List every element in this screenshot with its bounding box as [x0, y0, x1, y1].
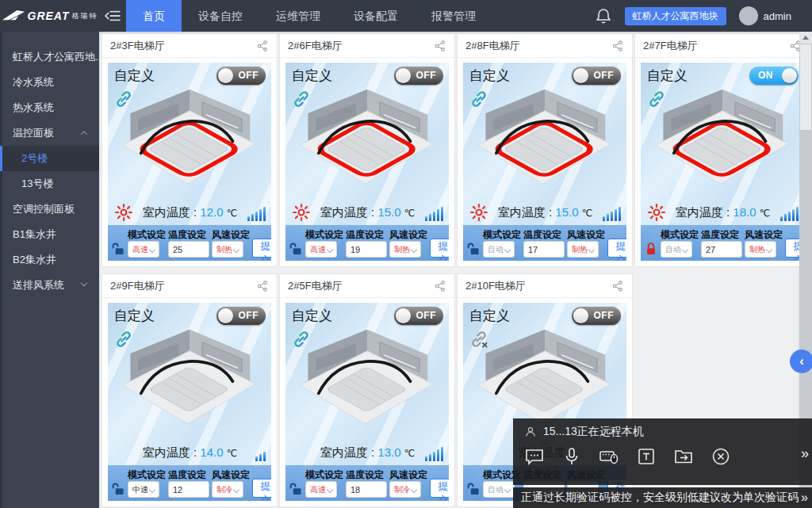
text-input-icon[interactable]	[636, 446, 657, 467]
power-toggle[interactable]: OFF	[394, 67, 443, 85]
fan-setting-label: 风速设定	[567, 228, 605, 241]
mode-select[interactable]: 高速	[305, 481, 337, 498]
menu-item[interactable]: 运维管理	[259, 0, 337, 32]
user-menu[interactable]: admin	[739, 6, 791, 25]
menu-item[interactable]: 首页	[126, 0, 182, 32]
notification-bell-icon[interactable]	[595, 7, 612, 25]
lock-icon	[466, 482, 481, 496]
power-toggle[interactable]: OFF	[572, 67, 621, 85]
indoor-temp-row: 室内温度 : 12.0 ℃	[108, 200, 271, 225]
card-header: 2#6F电梯厅	[280, 34, 454, 58]
power-toggle[interactable]: OFF	[572, 307, 621, 325]
temp-setting-label: 温度设定	[346, 468, 387, 481]
card-title: 2#3F电梯厅	[110, 39, 165, 53]
mode-select[interactable]: 中速	[128, 481, 159, 498]
temp-setpoint-input[interactable]	[168, 481, 209, 498]
heating-sun-icon	[469, 203, 488, 222]
share-icon[interactable]	[611, 40, 624, 52]
control-bar: 模式设定 中速 温度设定 风速设定 制冷 提交	[108, 465, 271, 501]
card-header: 2#9F电梯厅	[102, 274, 277, 298]
thermostat-widget: 自定义 OFF	[108, 63, 271, 261]
temp-setpoint-input[interactable]	[168, 241, 209, 258]
mode-select[interactable]: 自动	[661, 241, 692, 258]
thermostat-widget: 自定义 OFF	[285, 303, 449, 501]
file-transfer-icon[interactable]	[673, 446, 694, 467]
submit-button[interactable]: 提交	[252, 239, 271, 258]
remote-control-icon[interactable]	[599, 446, 619, 467]
fan-select[interactable]: 制冷	[212, 481, 243, 498]
expand-toolbar-icon[interactable]: »	[801, 445, 809, 462]
submit-button[interactable]: 提交	[785, 239, 799, 258]
submit-button[interactable]: 提交	[607, 239, 626, 258]
warning-expand-icon[interactable]: »	[801, 491, 812, 505]
control-bar: 模式设定 自动 温度设定 风速设定 制热 提交	[463, 225, 626, 261]
custom-mode-label: 自定义	[292, 67, 332, 85]
submit-button[interactable]: 提交	[430, 239, 449, 258]
share-icon[interactable]	[434, 40, 446, 52]
lock-icon	[644, 242, 658, 256]
sidebar-item[interactable]: B1集水井	[0, 222, 99, 247]
topbar-right: 虹桥人才公寓西地块 admin	[595, 6, 812, 25]
scrollbar-thumb[interactable]	[800, 44, 811, 130]
scroll-up-arrow[interactable]	[799, 32, 812, 44]
close-session-icon[interactable]	[710, 446, 731, 467]
card-title: 2#7F电梯厅	[643, 39, 698, 53]
custom-mode-label: 自定义	[114, 307, 155, 325]
thermostat-card: 2#9F电梯厅 自定义 OFF	[102, 273, 278, 507]
fan-select[interactable]: 制冷	[389, 481, 421, 498]
submit-button[interactable]: 提交	[252, 479, 271, 498]
menu-item[interactable]: 设备自控	[182, 0, 259, 32]
temp-setpoint-input[interactable]	[346, 481, 387, 498]
fan-select[interactable]: 制热	[389, 241, 421, 258]
sidebar-item[interactable]: 13号楼	[0, 171, 99, 197]
toggle-state-label: OFF	[594, 67, 615, 85]
menu-item[interactable]: 报警管理	[415, 0, 492, 32]
fan-select[interactable]: 制热	[567, 241, 599, 258]
temp-setting-label: 温度设定	[168, 468, 209, 481]
sidebar-item[interactable]: 冷水系统	[0, 70, 99, 95]
chat-icon[interactable]	[524, 446, 545, 467]
card-title: 2#10F电梯厅	[465, 279, 526, 293]
temp-setpoint-input[interactable]	[701, 241, 742, 258]
sidebar: 虹桥人才公寓西地...冷水系统热水系统温控面板2号楼13号楼空调控制面板B1集水…	[0, 32, 99, 508]
submit-button[interactable]: 提交	[430, 479, 449, 498]
temp-setpoint-input[interactable]	[523, 241, 565, 258]
thermostat-card: 2#5F电梯厅 自定义 OFF	[279, 273, 455, 507]
share-icon[interactable]	[256, 280, 269, 292]
fan-select[interactable]: 制热	[212, 241, 243, 258]
side-panel-toggle-button[interactable]: ‹	[790, 349, 812, 373]
sidebar-item[interactable]: B2集水井	[0, 247, 99, 273]
mode-select[interactable]: 高速	[305, 241, 337, 258]
microphone-icon[interactable]	[561, 446, 582, 467]
power-toggle[interactable]: OFF	[216, 307, 266, 325]
sidebar-collapse-icon[interactable]	[99, 0, 126, 32]
sidebar-item-label: B2集水井	[13, 253, 56, 267]
sidebar-item[interactable]: 温控面板	[0, 120, 99, 146]
card-title: 2#5F电梯厅	[288, 279, 343, 293]
card-header: 2#8F电梯厅	[458, 34, 632, 58]
logo-swoosh-icon	[2, 10, 25, 22]
sidebar-item[interactable]: 2号楼	[0, 146, 99, 171]
temp-setpoint-input[interactable]	[346, 241, 387, 258]
share-icon[interactable]	[256, 40, 269, 52]
sidebar-item[interactable]: 热水系统	[0, 95, 99, 120]
mode-select[interactable]: 高速	[128, 241, 159, 258]
mode-select[interactable]: 自动	[483, 481, 515, 498]
mode-select[interactable]: 自动	[483, 241, 515, 258]
project-badge[interactable]: 虹桥人才公寓西地块	[625, 7, 726, 25]
power-toggle[interactable]: OFF	[216, 67, 266, 85]
share-icon[interactable]	[434, 280, 446, 292]
menu-item[interactable]: 设备配置	[337, 0, 415, 32]
temp-setting-label: 温度设定	[701, 228, 742, 241]
share-icon[interactable]	[789, 40, 799, 52]
power-toggle[interactable]: ON	[749, 67, 799, 85]
power-toggle[interactable]: OFF	[394, 307, 443, 325]
sidebar-item[interactable]: 送排风系统	[0, 273, 99, 298]
sidebar-item[interactable]: 空调控制面板	[0, 197, 99, 222]
sidebar-item[interactable]: 虹桥人才公寓西地...	[0, 44, 99, 70]
fan-setting-label: 风速设定	[389, 228, 427, 241]
mode-setting-label: 模式设定	[483, 228, 521, 241]
fan-select[interactable]: 制热	[745, 241, 776, 258]
share-icon[interactable]	[611, 280, 624, 292]
ac-unit-image	[285, 88, 449, 188]
